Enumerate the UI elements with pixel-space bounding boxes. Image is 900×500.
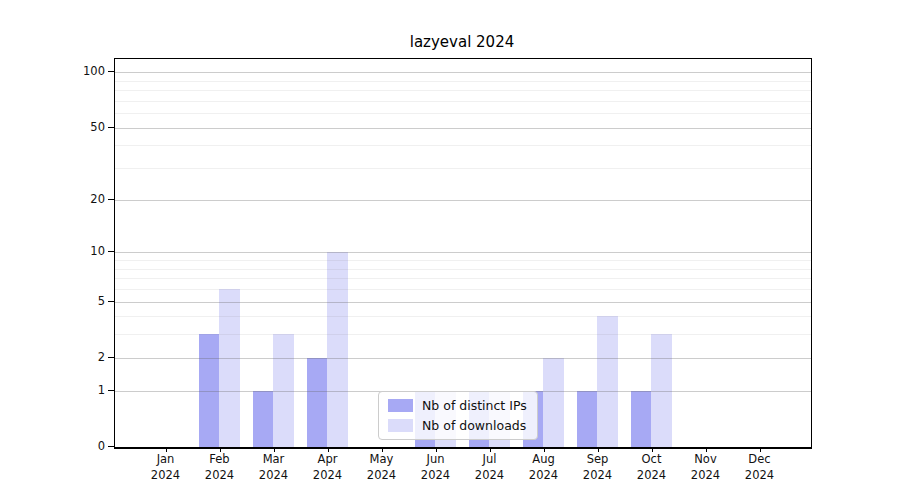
major-gridline <box>115 252 811 253</box>
legend-label-distinct-ips: Nb of distinct IPs <box>422 398 527 413</box>
bar-downloads <box>543 358 564 447</box>
major-gridline <box>115 358 811 359</box>
legend-item-distinct-ips: Nb of distinct IPs <box>388 398 527 413</box>
y-tick-label: 2 <box>63 349 105 365</box>
minor-gridline <box>115 278 811 279</box>
legend-label-downloads: Nb of downloads <box>422 418 526 433</box>
bar-downloads <box>219 289 240 447</box>
y-tick-label: 50 <box>63 119 105 135</box>
y-tick-mark <box>108 301 114 302</box>
y-tick-mark <box>108 357 114 358</box>
x-tick-year: 2024 <box>728 467 792 483</box>
y-tick-label: 0 <box>63 438 105 454</box>
legend-item-downloads: Nb of downloads <box>388 418 527 433</box>
chart-title: lazyeval 2024 <box>114 33 810 51</box>
bar-downloads <box>327 252 348 447</box>
x-tick-label: Dec2024 <box>728 451 792 483</box>
bar-distinct-ips <box>253 391 274 447</box>
bar-downloads <box>597 316 618 447</box>
minor-gridline <box>115 113 811 114</box>
y-tick-mark <box>108 71 114 72</box>
y-tick-mark <box>108 199 114 200</box>
major-gridline <box>115 128 811 129</box>
minor-gridline <box>115 81 811 82</box>
y-tick-label: 20 <box>63 191 105 207</box>
minor-gridline <box>115 260 811 261</box>
y-tick-label: 5 <box>63 293 105 309</box>
y-tick-mark <box>108 251 114 252</box>
y-tick-label: 10 <box>63 243 105 259</box>
minor-gridline <box>115 168 811 169</box>
y-tick-mark <box>108 127 114 128</box>
major-gridline <box>115 72 811 73</box>
major-gridline <box>115 302 811 303</box>
minor-gridline <box>115 101 811 102</box>
minor-gridline <box>115 334 811 335</box>
bar-distinct-ips <box>631 391 652 447</box>
y-tick-mark <box>108 390 114 391</box>
legend-swatch-downloads <box>388 419 413 432</box>
x-tick-month: Dec <box>728 451 792 467</box>
major-gridline <box>115 200 811 201</box>
bar-distinct-ips <box>577 391 598 447</box>
chart-figure: lazyeval 2024 Nb of distinct IPs Nb of d… <box>0 0 900 500</box>
minor-gridline <box>115 316 811 317</box>
y-tick-label: 1 <box>63 382 105 398</box>
minor-gridline <box>115 145 811 146</box>
bar-distinct-ips <box>307 358 328 447</box>
y-tick-label: 100 <box>63 63 105 79</box>
legend-swatch-distinct-ips <box>388 399 413 412</box>
minor-gridline <box>115 289 811 290</box>
minor-gridline <box>115 90 811 91</box>
legend: Nb of distinct IPs Nb of downloads <box>378 391 538 440</box>
y-tick-mark <box>108 446 114 447</box>
minor-gridline <box>115 269 811 270</box>
